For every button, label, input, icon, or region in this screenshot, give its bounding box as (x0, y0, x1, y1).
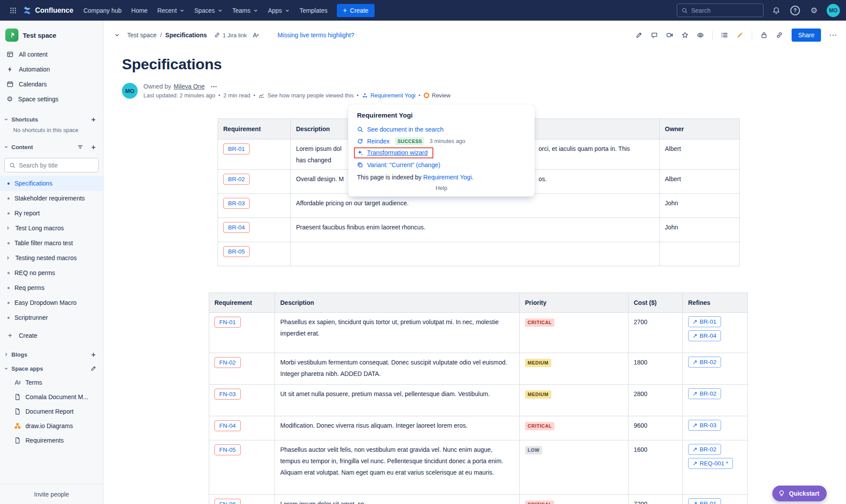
global-search[interactable] (677, 4, 764, 17)
requirement-yogi-byline-link[interactable]: Requirement Yogi (362, 92, 416, 99)
requirement-key-link[interactable]: FN-06 (214, 499, 241, 504)
missing-live-terms-link[interactable]: Missing live terms highlight? (278, 32, 354, 39)
requirement-key-link[interactable]: FN-03 (214, 389, 241, 400)
add-shortcut-button[interactable]: + (88, 114, 99, 125)
content-section-header[interactable]: Content + (0, 140, 103, 154)
sidebar-item-automation[interactable]: Automation (0, 62, 103, 77)
sidebar-page-table-filter-macro-test[interactable]: Table filter macro test (0, 236, 103, 250)
refines-link[interactable]: ↗BR-02 (688, 357, 721, 368)
edit-icon[interactable] (632, 29, 646, 42)
indexed-by-link[interactable]: Requirement Yogi (423, 174, 472, 181)
sidebar-page-easy-dropdown-macro[interactable]: Easy Dropdown Macro (0, 295, 103, 310)
refines-link[interactable]: ↗BR-04 (688, 330, 721, 341)
content-status-badge[interactable]: Review (424, 92, 451, 99)
owner-avatar[interactable]: MO (122, 83, 138, 99)
nav-templates[interactable]: Templates (295, 4, 332, 17)
refines-link[interactable]: ↗REQ-001 * (688, 458, 733, 469)
sidebar-app-terms[interactable]: Terms (0, 375, 103, 390)
sidebar-create-button[interactable]: + Create (0, 328, 103, 343)
notifications-bell-icon[interactable] (770, 4, 782, 17)
refines-link[interactable]: ↗BR-03 (688, 420, 721, 431)
nav-teams[interactable]: Teams (228, 4, 263, 17)
requirement-key-link[interactable]: BR-04 (223, 222, 250, 233)
nav-spaces[interactable]: Spaces (189, 4, 228, 17)
nav-home[interactable]: Home (126, 4, 152, 17)
sidebar-app-drawio[interactable]: draw.io Diagrams (0, 418, 103, 433)
nav-company-hub[interactable]: Company hub (79, 4, 126, 17)
nav-recent[interactable]: Recent (153, 4, 189, 17)
variant-link[interactable]: Variant: "Current" (change) (357, 159, 526, 171)
copy-link-icon[interactable] (773, 29, 786, 42)
shortcuts-section-header[interactable]: Shortcuts + (0, 113, 103, 126)
refines-link[interactable]: ↗BR-02 (688, 388, 721, 399)
bullet-list-icon[interactable] (718, 29, 731, 42)
edit-space-apps-icon[interactable] (88, 363, 99, 374)
see-document-link[interactable]: See document in the search (357, 123, 526, 135)
refines-link[interactable]: ↗BR-01 (688, 498, 721, 504)
sidebar-app-comala[interactable]: Comala Document M... (0, 390, 103, 404)
requirement-key-link[interactable]: BR-05 (223, 246, 250, 257)
breadcrumb-space-link[interactable]: Test space (127, 32, 157, 39)
quickstart-button[interactable]: Quickstart (772, 486, 827, 501)
more-options-icon[interactable]: ⋯ (827, 29, 840, 42)
sidebar-app-requirements[interactable]: Requirements (0, 433, 103, 447)
space-header[interactable]: Test space (0, 26, 103, 47)
requirement-key-link[interactable]: BR-03 (223, 198, 250, 209)
search-input[interactable] (691, 7, 759, 14)
sidebar-search[interactable] (4, 158, 99, 172)
comment-icon[interactable] (648, 29, 661, 42)
priority-badge: MEDIUM (525, 359, 551, 367)
nav-apps[interactable]: Apps (263, 4, 295, 17)
sidebar-page-specifications[interactable]: Specifications (0, 176, 103, 191)
popup-help-link[interactable]: Help (357, 185, 526, 191)
app-switcher-icon[interactable] (6, 4, 20, 18)
sidebar-item-all-content[interactable]: All content (0, 47, 103, 62)
sidebar-page-stakeholder-requirements[interactable]: Stakeholder requirements (0, 191, 103, 206)
logo-wordmark: Confluence (35, 7, 73, 14)
highlighter-pen-icon[interactable] (733, 29, 746, 42)
help-icon[interactable]: ? (789, 4, 801, 17)
refines-link[interactable]: ↗BR-01 (688, 316, 721, 327)
lock-icon[interactable] (757, 29, 771, 42)
owner-name-link[interactable]: Mileva One (174, 83, 205, 90)
byline-more-icon[interactable]: ••• (211, 84, 218, 89)
live-terms-toggle-icon[interactable] (252, 32, 259, 39)
sidebar-page-test-long-macros[interactable]: Test Long macros (0, 221, 103, 236)
blogs-section-header[interactable]: Blogs + (0, 348, 103, 361)
requirement-key-link[interactable]: BR-02 (223, 174, 250, 185)
jira-links-badge[interactable]: 1 Jira link (214, 32, 247, 39)
sidebar-item-calendars[interactable]: Calendars (0, 77, 103, 92)
add-blog-button[interactable]: + (88, 349, 99, 360)
watch-eye-icon[interactable] (694, 29, 707, 42)
reindex-link[interactable]: Reindex (367, 138, 389, 145)
user-avatar[interactable]: MO (827, 4, 840, 17)
confluence-logo[interactable]: Confluence (20, 6, 79, 15)
sidebar-page-testing-nested-macros[interactable]: Testing nested macros (0, 250, 103, 265)
invite-people-button[interactable]: Invite people (0, 484, 103, 504)
transformation-wizard-link[interactable]: Transformation wizard (367, 149, 428, 156)
settings-gear-icon[interactable]: ⚙ (808, 4, 820, 17)
search-by-title-input[interactable] (19, 162, 94, 169)
sidebar-item-space-settings[interactable]: ⚙ Space settings (0, 92, 103, 107)
video-icon[interactable] (663, 29, 676, 42)
collapse-chevron-icon[interactable] (111, 29, 124, 42)
sidebar-page-scriptrunner[interactable]: Scriptrunner (0, 310, 103, 325)
requirement-key-link[interactable]: FN-04 (214, 420, 241, 431)
views-link[interactable]: See how many people viewed this (268, 92, 354, 99)
sidebar-page-ry-report[interactable]: Ry report (0, 206, 103, 221)
search-icon (9, 162, 15, 168)
requirement-key-link[interactable]: FN-05 (214, 444, 241, 455)
sidebar-app-document-report[interactable]: Document Report (0, 404, 103, 418)
requirement-key-link[interactable]: FN-01 (214, 317, 241, 328)
filter-icon[interactable] (75, 142, 86, 152)
space-apps-section-header[interactable]: Space apps (0, 362, 103, 375)
sidebar-page-req-no-perms[interactable]: REQ no perms (0, 265, 103, 280)
requirement-key-link[interactable]: FN-02 (214, 357, 241, 368)
create-button[interactable]: + Create (337, 4, 375, 17)
share-button[interactable]: Share (792, 29, 821, 42)
star-icon[interactable] (678, 29, 692, 42)
sidebar-page-req-perms[interactable]: Req perms (0, 280, 103, 295)
requirement-key-link[interactable]: BR-01 (223, 143, 250, 154)
add-content-button[interactable]: + (88, 142, 99, 152)
refines-link[interactable]: ↗BR-02 (688, 444, 721, 455)
